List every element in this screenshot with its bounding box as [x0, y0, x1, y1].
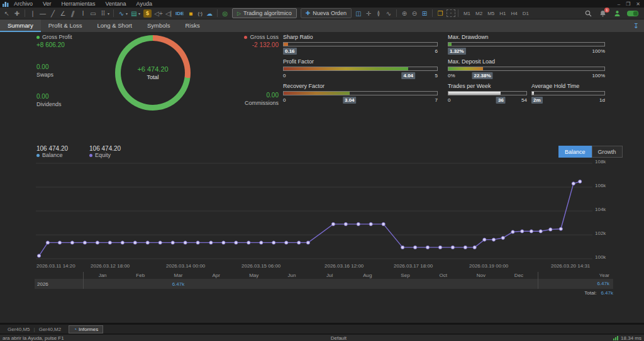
chart-type-caret-icon[interactable]: ▾: [126, 11, 128, 16]
tab-risks[interactable]: Risks: [177, 19, 207, 32]
dollar-icon[interactable]: $: [143, 9, 152, 18]
gross-loss-label: Gross Loss: [250, 34, 279, 40]
chart-point-marker: [37, 254, 40, 257]
close-button[interactable]: ✕: [636, 1, 640, 7]
mt5-logo: [3, 1, 9, 7]
new-order-button[interactable]: ✚ Nueva Orden: [301, 8, 352, 18]
chart-mode-buttons: Balance Growth: [558, 146, 623, 158]
month-header-feb: Feb: [121, 273, 159, 278]
tab-long-short[interactable]: Long & Short: [90, 19, 140, 32]
shapes-caret-icon[interactable]: ▾: [108, 11, 109, 16]
speaker-add-icon[interactable]: ◁+: [153, 9, 164, 18]
camera-icon[interactable]: ▫: [447, 9, 455, 17]
timeframe-d1[interactable]: D1: [523, 11, 529, 16]
equity-label: Equity: [95, 152, 111, 158]
metaquotes-id-icon[interactable]: (∙): [196, 9, 204, 18]
horizontal-line-icon[interactable]: ―: [38, 9, 48, 18]
connection-toggle[interactable]: [627, 11, 638, 16]
menu-ver[interactable]: Ver: [43, 1, 52, 7]
timeframe-h1[interactable]: H1: [499, 11, 506, 16]
speaker-left-icon[interactable]: ◁|: [164, 9, 174, 18]
chart-point-marker: [196, 241, 199, 244]
search-icon[interactable]: [585, 10, 592, 17]
total-label: Total: [147, 74, 158, 80]
text-tool-icon[interactable]: ǀ: [78, 9, 88, 18]
crosshair-icon[interactable]: ✚: [12, 9, 22, 18]
dock-tab-informes[interactable]: ◔ Informes: [69, 325, 103, 333]
gauge-fill: [284, 92, 350, 95]
tab-symbols[interactable]: Symbols: [140, 19, 177, 32]
crosshair-cursor-icon[interactable]: ✛: [364, 9, 374, 18]
gauge-max-label: 100%: [592, 73, 605, 78]
status-latency[interactable]: 18.34 ms: [621, 335, 641, 341]
dock-tab-ger40-m2[interactable]: Ger40,M2: [35, 327, 65, 332]
chart-point-marker: [357, 222, 360, 225]
notifications-bell-icon[interactable]: 1: [599, 10, 606, 17]
market-bag-icon[interactable]: ■: [186, 9, 196, 18]
growth-mode-button[interactable]: Growth: [592, 146, 623, 158]
chart-type-icon[interactable]: ∿: [116, 9, 126, 18]
chart-point-marker: [158, 241, 162, 244]
polyline-icon[interactable]: ∿: [384, 9, 394, 18]
tab-summary[interactable]: Summary: [0, 19, 41, 32]
gauge-title: Recovery Factor: [283, 83, 438, 89]
minimize-button[interactable]: –: [618, 1, 620, 7]
menu-ayuda[interactable]: Ayuda: [136, 1, 152, 7]
candles-icon[interactable]: ≬: [374, 9, 384, 18]
menu-herramientas[interactable]: Herramientas: [62, 1, 96, 7]
commissions-label: Commissions: [204, 100, 279, 106]
indicators-icon[interactable]: ▤: [129, 9, 139, 18]
y-axis-label: 104k: [595, 207, 606, 212]
balance-mode-button[interactable]: Balance: [558, 146, 592, 158]
gauge-track: [448, 67, 605, 71]
rectangle-icon[interactable]: ▭: [88, 9, 98, 18]
swaps-stat: 0.00 Swaps: [36, 63, 112, 78]
dividends-value: 0.00: [36, 93, 112, 100]
indicators-caret-icon[interactable]: ▾: [138, 11, 140, 16]
gauge-trades-per-week: Trades per Week05436: [448, 83, 527, 103]
gauge-title: Trades per Week: [448, 83, 527, 89]
timeframe-m2[interactable]: M2: [475, 11, 482, 16]
export-report-icon[interactable]: ↧: [633, 22, 639, 30]
toolbar-separator: [396, 9, 397, 17]
toolbar-separator: [217, 9, 218, 17]
month-header-oct: Oct: [425, 273, 462, 278]
year-2026-row[interactable]: 2026 6.47k 6.47k: [35, 279, 613, 289]
timeframe-h4[interactable]: H4: [511, 11, 518, 16]
ide-icon[interactable]: IDE: [174, 9, 186, 18]
trendline-icon[interactable]: ╱: [48, 9, 58, 18]
timeframe-m5[interactable]: M5: [487, 11, 494, 16]
chart-point-marker: [297, 241, 301, 244]
status-profile[interactable]: Default: [331, 335, 347, 341]
dock-tab-ger40-m5[interactable]: Ger40,M5: [4, 327, 34, 332]
menu-archivo[interactable]: Archivo: [14, 1, 33, 7]
zoom-out-icon[interactable]: ⊖: [409, 9, 419, 18]
chart-window-icon[interactable]: ◫: [353, 9, 364, 18]
folder-icon[interactable]: ❐: [435, 9, 445, 18]
menu-ventana[interactable]: Ventana: [106, 1, 126, 7]
vertical-line-icon[interactable]: ∣: [28, 9, 38, 18]
shapes-icon[interactable]: ⠿: [98, 9, 108, 18]
chart-point-marker: [146, 241, 149, 244]
chart-point-marker: [521, 230, 524, 233]
play-icon: ▷: [237, 11, 241, 16]
restore-button[interactable]: ❐: [626, 1, 630, 7]
status-bar: ara abrir la Ayuda, pulse F1 Default 18.…: [0, 334, 644, 341]
zoom-in-icon[interactable]: ⊕: [399, 9, 409, 18]
community-user-icon[interactable]: [614, 10, 621, 17]
algo-globe-icon[interactable]: ◎: [220, 9, 230, 18]
gauge-track: [283, 42, 438, 46]
equity-stat: 106 474.20 Equity: [89, 145, 121, 158]
tile-windows-icon[interactable]: ⊞: [419, 9, 430, 18]
cursor-icon[interactable]: ↖: [2, 9, 12, 18]
algo-trading-button[interactable]: ▷ Trading algorítmico: [232, 8, 297, 18]
month-header-jul: Jul: [311, 273, 348, 278]
gauge-min-label: 0: [448, 97, 450, 103]
tab-profit-loss[interactable]: Profit & Loss: [41, 19, 90, 32]
gross-profit-value: +8 606.20: [36, 41, 112, 48]
cloud-icon[interactable]: ☁: [204, 9, 214, 18]
timeframe-m1[interactable]: M1: [464, 11, 470, 16]
chart-point-marker: [260, 241, 263, 244]
report-content: Gross Profit +8 606.20 0.00 Swaps 0.00 D…: [0, 32, 644, 323]
chart-point-marker: [401, 246, 404, 249]
